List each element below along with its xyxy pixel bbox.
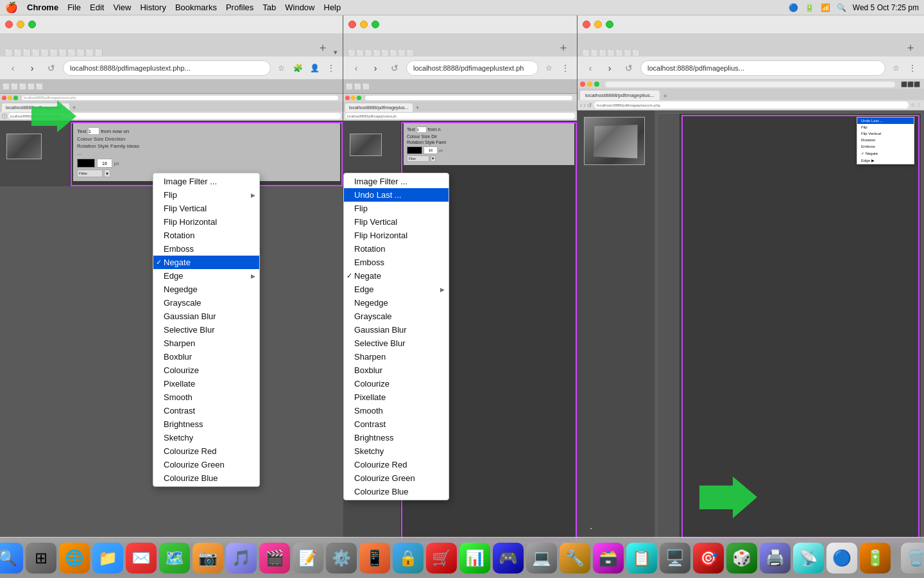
- menu-item-colourize-red[interactable]: Colourize Red: [153, 444, 259, 458]
- m2-colourize-blue[interactable]: Colourize Blue: [344, 485, 449, 498]
- menu-bookmarks[interactable]: Bookmarks: [175, 3, 217, 12]
- close-button-3[interactable]: [583, 21, 590, 28]
- menu-item-edge[interactable]: Edge: [153, 269, 259, 283]
- minimize-button-1[interactable]: [17, 21, 24, 28]
- m2-flip[interactable]: Flip: [344, 202, 449, 215]
- dock-launchpad[interactable]: ⊞: [26, 543, 56, 574]
- menu-item-sharpen[interactable]: Sharpen: [153, 337, 259, 350]
- m2-smooth[interactable]: Smooth: [344, 404, 449, 417]
- dock-app-6[interactable]: 🎵: [226, 543, 257, 574]
- tab-dropdown-1[interactable]: ▾: [334, 48, 338, 57]
- menu-item-flip-vertical[interactable]: Flip Vertical: [153, 202, 259, 215]
- m2-colourize-green[interactable]: Colourize Green: [344, 471, 449, 485]
- back-button-1[interactable]: ‹: [5, 60, 21, 76]
- m2-contrast[interactable]: Contrast: [344, 417, 449, 431]
- t3-icon-6[interactable]: ⬜: [624, 50, 631, 57]
- m2-emboss[interactable]: Emboss: [344, 256, 449, 269]
- menu-item-gaussian-blur[interactable]: Gaussian Blur: [153, 310, 259, 323]
- t3-icon-3[interactable]: ⬜: [599, 50, 606, 57]
- menu-item-colourize-green[interactable]: Colourize Green: [153, 458, 259, 471]
- m2-sketchy[interactable]: Sketchy: [344, 444, 449, 458]
- url-bar-1[interactable]: localhost:8888/pdfimageplustext.php...: [63, 60, 271, 76]
- dock-app-4[interactable]: 🗺️: [159, 543, 190, 574]
- maximize-button-1[interactable]: [28, 21, 36, 28]
- star-icon-2[interactable]: ☆: [542, 62, 555, 74]
- back-btn-2[interactable]: ‹: [348, 60, 364, 76]
- p2-toolbar-icon-2[interactable]: ⬜: [354, 83, 361, 90]
- more-btn-2[interactable]: ⋮: [559, 62, 572, 74]
- m2-undo-last[interactable]: Undo Last ...: [344, 188, 449, 202]
- back-btn-3[interactable]: ‹: [583, 60, 598, 76]
- page-toolbar-icon-2[interactable]: ⬜: [11, 83, 18, 90]
- dock-app-13[interactable]: 📊: [459, 543, 490, 574]
- toolbar-icon-4[interactable]: ⬜: [32, 49, 40, 57]
- menu-file[interactable]: File: [67, 3, 81, 12]
- dock-app-22[interactable]: 🖨️: [760, 543, 791, 574]
- dock-chrome[interactable]: 🔵: [826, 543, 857, 574]
- dock-app-23[interactable]: 📡: [793, 543, 824, 574]
- dock-app-12[interactable]: 🛒: [426, 543, 457, 574]
- star-icon-1[interactable]: ☆: [275, 62, 287, 74]
- toolbar-icon-1[interactable]: ⬜: [5, 49, 13, 57]
- dock-app-3[interactable]: ✉️: [126, 543, 157, 574]
- forward-button-1[interactable]: ›: [24, 60, 40, 76]
- t3-icon-2[interactable]: ⬜: [591, 50, 598, 57]
- apple-menu[interactable]: 🍎: [5, 1, 18, 13]
- m2-negedge[interactable]: Negedge: [344, 296, 449, 310]
- dock-app-16[interactable]: 🔧: [560, 543, 590, 574]
- dock-app-20[interactable]: 🎯: [693, 543, 724, 574]
- maximize-button-3[interactable]: [606, 21, 613, 28]
- m2-edge[interactable]: Edge: [344, 283, 449, 296]
- new-tab-button-2[interactable]: +: [555, 40, 572, 57]
- t-icon-6[interactable]: ⬜: [390, 50, 397, 57]
- menu-item-boxblur[interactable]: Boxblur: [153, 350, 259, 363]
- toolbar-icon-10[interactable]: ⬜: [86, 49, 94, 57]
- toolbar-icon-5[interactable]: ⬜: [41, 49, 49, 57]
- dock-app-19[interactable]: 🖥️: [660, 543, 690, 574]
- page-toolbar-icon-3[interactable]: ⬜: [19, 83, 26, 90]
- menu-item-grayscale[interactable]: Grayscale: [153, 296, 259, 310]
- t-icon-8[interactable]: ⬜: [407, 50, 414, 57]
- dock-app-14[interactable]: 🎮: [493, 543, 524, 574]
- dock-app-21[interactable]: 🎲: [726, 543, 757, 574]
- dock-app-1[interactable]: 🌐: [59, 543, 90, 574]
- traffic-lights-1[interactable]: [5, 21, 36, 28]
- m2-boxblur[interactable]: Boxblur: [344, 363, 449, 377]
- more-button-1[interactable]: ⋮: [325, 62, 338, 74]
- m2-flip-vertical[interactable]: Flip Vertical: [344, 215, 449, 229]
- m2-grayscale[interactable]: Grayscale: [344, 310, 449, 323]
- url-bar-2[interactable]: localhost:8888/pdfimageplustext.ph: [406, 60, 538, 76]
- dock-app-10[interactable]: 📱: [359, 543, 390, 574]
- menu-item-colourize-blue[interactable]: Colourize Blue: [153, 471, 259, 485]
- m2-gaussian-blur[interactable]: Gaussian Blur: [344, 323, 449, 337]
- text-num-input-2[interactable]: [416, 127, 427, 133]
- dock-app-11[interactable]: 🔒: [393, 543, 424, 574]
- close-button-2[interactable]: [348, 21, 356, 28]
- menu-tab[interactable]: Tab: [262, 3, 276, 12]
- menu-help[interactable]: Help: [324, 3, 341, 12]
- menu-edit[interactable]: Edit: [90, 3, 104, 12]
- menu-item-image-filter[interactable]: Image Filter ...: [153, 175, 259, 188]
- menu-item-flip-horizontal[interactable]: Flip Horizontal: [153, 215, 259, 229]
- traffic-lights-2[interactable]: [348, 21, 379, 28]
- url-bar-3[interactable]: localhost:8888/pdfimageplius...: [640, 60, 886, 76]
- m2-image-filter[interactable]: Image Filter ...: [344, 175, 449, 188]
- search-icon[interactable]: 🔍: [837, 3, 846, 12]
- refresh-button-1[interactable]: ↺: [44, 60, 59, 76]
- menu-item-negedge[interactable]: Negedge: [153, 283, 259, 296]
- menu-profiles[interactable]: Profiles: [226, 3, 253, 12]
- t3-icon-1[interactable]: ⬜: [583, 50, 590, 57]
- menu-item-contrast[interactable]: Contrast: [153, 404, 259, 417]
- dock-app-24[interactable]: 🔋: [860, 543, 891, 574]
- t3-icon-7[interactable]: ⬜: [633, 50, 640, 57]
- menu-history[interactable]: History: [140, 3, 166, 12]
- m2-brightness[interactable]: Brightness: [344, 431, 449, 444]
- dock-trash[interactable]: 🗑️: [901, 543, 924, 574]
- page-toolbar-icon[interactable]: ⬜: [3, 83, 10, 90]
- t-icon-4[interactable]: ⬜: [373, 50, 381, 57]
- t-icon-7[interactable]: ⬜: [398, 50, 406, 57]
- toolbar-icon-11[interactable]: ⬜: [95, 49, 103, 57]
- menu-item-sketchy[interactable]: Sketchy: [153, 431, 259, 444]
- menu-window[interactable]: Window: [285, 3, 314, 12]
- m2-selective-blur[interactable]: Selective Blur: [344, 337, 449, 350]
